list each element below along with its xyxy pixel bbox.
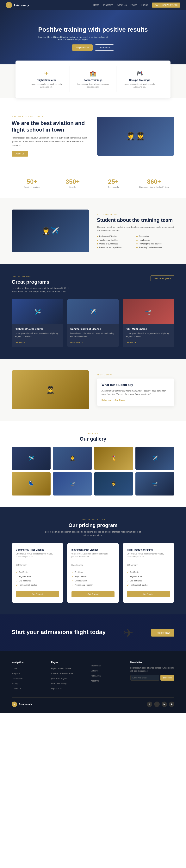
pricing-card-3: Flight Instructor Rating Ut elit tellus,… xyxy=(123,543,174,603)
social-twitter[interactable]: t xyxy=(154,702,160,707)
gallery-item-2[interactable]: 👨‍✈️ xyxy=(53,446,92,470)
footer-nav-training[interactable]: Training Staff xyxy=(12,678,23,680)
feature-5: Quality of our courses xyxy=(97,243,135,245)
service-3-desc: Lorem ipsum dolor sit amet, consetur adi… xyxy=(119,83,160,89)
footer-more-careers[interactable]: Careers xyxy=(91,670,98,672)
social-facebook[interactable]: f xyxy=(147,702,152,707)
nav-logo[interactable]: ✈ Aviationaly xyxy=(6,2,29,8)
nav-pricing[interactable]: Pricing xyxy=(141,4,148,6)
team-image-placeholder: 🧑‍✈️✈️ xyxy=(12,210,89,252)
plan-1-name: Commercial Pilot License xyxy=(16,549,59,551)
service-3-title: Cockpit Trainings xyxy=(119,79,160,82)
footer-nav-pricing[interactable]: Pricing xyxy=(12,683,17,685)
stat-2-number: 350 xyxy=(66,178,76,185)
footer-logo[interactable]: ✈ Aviationaly xyxy=(12,702,32,707)
cta-title: Start your admissions flight today xyxy=(12,629,106,636)
gallery-item-5[interactable]: 💺 xyxy=(12,472,50,496)
testimonial-image-placeholder: 👨‍✈️ xyxy=(12,370,89,409)
about-image: 👨‍✈️👩‍✈️ xyxy=(97,117,174,156)
footer-more-faq[interactable]: Help & FAQ xyxy=(91,675,101,677)
feature-1: Professional Teacher xyxy=(97,235,135,238)
service-cabin-trainings: 🏫 Cabin Trainings Lorem ipsum dolor sit … xyxy=(70,66,116,92)
feature-6-text: Providing the best courses xyxy=(139,243,161,245)
nav-pages[interactable]: Pages xyxy=(131,4,137,6)
footer-more-testimonials[interactable]: Testimonials xyxy=(91,665,101,667)
stat-1-number: 50 xyxy=(27,178,34,185)
nav-about[interactable]: About Us xyxy=(117,4,126,6)
about-text: Nihil molestiae consequatur, vel illum q… xyxy=(12,136,89,147)
about-section: WELCOME TO AVIATIONALY We are the best a… xyxy=(0,104,186,168)
social-instagram[interactable]: ◉ xyxy=(169,702,174,707)
program-3-link[interactable]: Learn More xyxy=(126,341,136,344)
navbar: ✈ Aviationaly Home Programs About Us Pag… xyxy=(0,0,186,10)
cabin-trainings-icon: 🏫 xyxy=(73,70,113,76)
plan-2-feature-4: ✓Professional Teacher xyxy=(72,583,115,587)
gallery-item-8[interactable]: 🛫 xyxy=(136,472,174,496)
feature-4: High Integrity xyxy=(137,239,174,241)
gallery-item-3[interactable]: 🎖️ xyxy=(94,446,133,470)
nav-home[interactable]: Home xyxy=(93,4,99,6)
logo-text: Aviationaly xyxy=(13,3,29,7)
pricing-grid: Commercial Pilot License Ut elit tellus,… xyxy=(12,543,174,603)
gallery-item-4[interactable]: ✈️ xyxy=(136,446,174,470)
stat-3-suffix: + xyxy=(115,178,119,185)
stat-4-suffix: + xyxy=(157,178,161,185)
check-icon: ✓ xyxy=(16,580,18,582)
program-1-link[interactable]: Learn More xyxy=(15,341,25,344)
hero-learn-button[interactable]: Learn More xyxy=(95,44,114,51)
gallery-item-6[interactable]: 🛫 xyxy=(53,472,92,496)
service-1-desc: Lorem ipsum dolor sit amet, consetur adi… xyxy=(26,83,67,89)
footer-nav-contact[interactable]: Contact Us xyxy=(12,688,21,690)
about-us-button[interactable]: About Us xyxy=(12,151,28,157)
program-2-link[interactable]: Learn More xyxy=(70,341,80,344)
plan-3-feature-3: ✓Life Insurance xyxy=(127,579,170,583)
program-2-desc: Lorem ipsum dolor sit amet, consectetur … xyxy=(70,332,116,338)
footer-page-me[interactable]: (ME) Multi Engine xyxy=(51,678,67,680)
plan-3-period: /month xyxy=(132,564,138,566)
nav-programs[interactable]: Programs xyxy=(103,4,113,6)
newsletter-subscribe-button[interactable]: Subscribe xyxy=(160,675,174,681)
social-youtube[interactable]: ▶ xyxy=(161,702,167,707)
program-3-image: 🛫 xyxy=(123,299,174,324)
check-icon: ✓ xyxy=(72,584,73,587)
gallery-item-1[interactable]: 🛩️ xyxy=(12,446,50,470)
plan-1-cta-button[interactable]: Get Started xyxy=(16,591,59,597)
testimonial-section: 👨‍✈️ TESTIMONIAL What our student say Av… xyxy=(0,359,186,421)
cta-register-button[interactable]: Register Now xyxy=(151,629,174,637)
stat-1-label: Training Locations xyxy=(15,186,48,188)
program-2-image: ✈️ xyxy=(67,299,119,324)
hero-register-button[interactable]: Register Now xyxy=(72,44,92,51)
plan-3-cta-button[interactable]: Get Started xyxy=(127,591,170,597)
plan-2-cta-button[interactable]: Get Started xyxy=(72,591,115,597)
footer-page-ir[interactable]: Instrument Rating xyxy=(51,683,67,685)
plan-2-period: /month xyxy=(76,564,83,566)
cta-banner: Start your admissions flight today ✈ Reg… xyxy=(0,614,186,651)
footer-navigation: Navigation Home Programs Training Staff … xyxy=(12,661,45,692)
gallery-item-7[interactable]: 👨‍✈️ xyxy=(94,472,133,496)
footer-nav-programs[interactable]: Programs xyxy=(12,673,20,675)
plan-1-subtitle: Ut elit tellus, luctus nec ullamcorper m… xyxy=(16,552,59,558)
nav-cta-button[interactable]: CALL: +62 878-888-000 xyxy=(152,2,180,7)
pricing-desc: Lorem ipsum dolor sit amet, consectetur … xyxy=(44,530,142,537)
plan-2-name: Instrument Pilot License xyxy=(72,549,115,551)
footer-nav-home[interactable]: Home xyxy=(12,668,17,670)
cta-plane-icon: ✈ xyxy=(124,626,133,640)
footer-more-about[interactable]: About Us xyxy=(91,680,99,682)
plan-2-feature-2: ✓Flight License xyxy=(72,575,115,579)
plan-3-name: Flight Instructor Rating xyxy=(127,549,170,551)
view-all-programs-button[interactable]: View All Programs xyxy=(151,276,174,281)
footer-page-fic[interactable]: Flight Instructor Course xyxy=(51,668,71,670)
footer-page-atpl[interactable]: Impact ATPL xyxy=(51,688,62,690)
plan-2-feature-1: ✓Certificate xyxy=(72,570,115,575)
check-icon: ✓ xyxy=(72,575,73,578)
plan-2-feature-3: ✓Life Insurance xyxy=(72,579,115,583)
stat-graduates: 860+ Graduates Hired in the Last 1 Year xyxy=(134,174,174,192)
program-card-1: 🛩️ Flight Instructor Course Lorem ipsum … xyxy=(12,299,63,347)
feature-4-dot xyxy=(137,240,138,241)
team-label: WHY CHOOSE US xyxy=(97,213,174,215)
footer-page-cpl[interactable]: Commercial Pilot License xyxy=(51,673,73,675)
team-title: Student about the training team xyxy=(97,217,174,223)
gallery-2-img: 👨‍✈️ xyxy=(53,446,92,470)
team-image: 🧑‍✈️✈️ xyxy=(12,210,89,252)
newsletter-email-input[interactable] xyxy=(131,675,159,681)
